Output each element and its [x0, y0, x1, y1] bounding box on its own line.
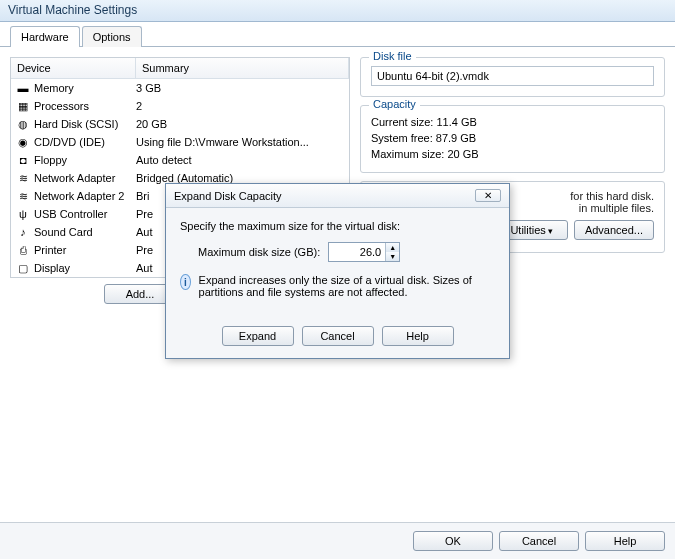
- modal-prompt: Specify the maximum size for the virtual…: [180, 220, 495, 232]
- modal-backdrop: Expand Disk Capacity ✕ Specify the maxim…: [0, 0, 675, 559]
- max-disk-size-spinner[interactable]: ▲ ▼: [328, 242, 400, 262]
- modal-help-button[interactable]: Help: [382, 326, 454, 346]
- modal-cancel-button[interactable]: Cancel: [302, 326, 374, 346]
- spinner-up-icon[interactable]: ▲: [386, 243, 399, 252]
- expand-button[interactable]: Expand: [222, 326, 294, 346]
- info-icon: i: [180, 274, 191, 290]
- max-disk-size-input[interactable]: [329, 243, 385, 261]
- tab-hardware[interactable]: Hardware: [10, 26, 80, 47]
- close-icon[interactable]: ✕: [475, 189, 501, 202]
- max-disk-size-label: Maximum disk size (GB):: [198, 246, 320, 258]
- modal-title: Expand Disk Capacity: [174, 190, 282, 202]
- spinner-down-icon[interactable]: ▼: [386, 252, 399, 261]
- expand-dialog: Expand Disk Capacity ✕ Specify the maxim…: [165, 183, 510, 359]
- modal-info-text: Expand increases only the size of a virt…: [199, 274, 495, 298]
